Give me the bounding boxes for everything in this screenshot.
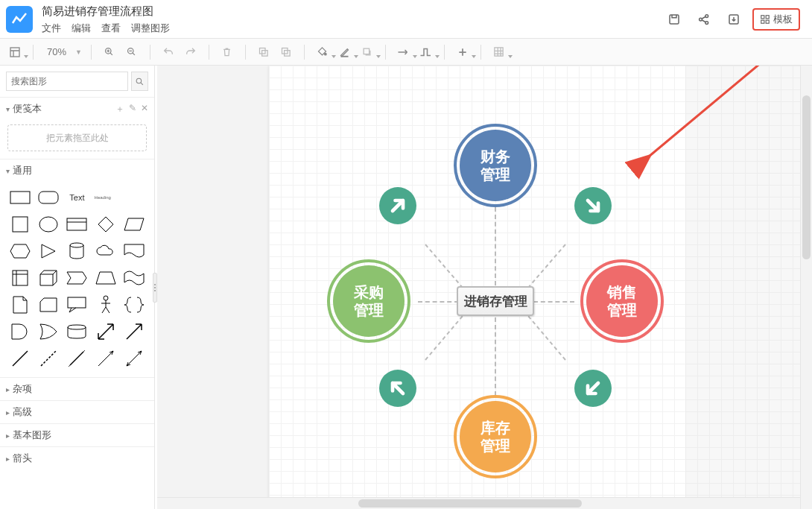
shape-step[interactable]: [64, 267, 89, 289]
section-scratchpad[interactable]: ▾ 便笺本 ＋ ✎ ✕: [0, 97, 154, 120]
shape-cylinder[interactable]: [64, 240, 89, 262]
insert-icon[interactable]: [454, 43, 472, 61]
shape-line[interactable]: [7, 347, 33, 370]
section-arrows[interactable]: ▸箭头: [0, 446, 154, 470]
download-icon[interactable]: [723, 8, 745, 31]
shape-diamond[interactable]: [93, 213, 118, 235]
to-front-icon[interactable]: [255, 43, 273, 61]
shadow-icon[interactable]: [358, 43, 376, 61]
svg-marker-29: [42, 244, 55, 258]
shape-line-thick[interactable]: [64, 347, 89, 370]
section-misc[interactable]: ▸杂项: [0, 377, 154, 400]
node-sales[interactable]: 销售 管理: [586, 265, 658, 337]
document-title[interactable]: 简易进销存管理流程图: [42, 3, 170, 22]
svg-rect-8: [766, 20, 769, 23]
shape-trapezoid[interactable]: [93, 267, 118, 289]
shape-thin-bidir[interactable]: [121, 347, 147, 370]
line-color-icon[interactable]: [336, 43, 354, 61]
svg-rect-37: [68, 297, 86, 308]
svg-rect-18: [495, 48, 503, 56]
shape-document[interactable]: [121, 240, 147, 262]
to-back-icon[interactable]: [277, 43, 295, 61]
scrollbar-horizontal[interactable]: [157, 497, 800, 509]
svg-rect-31: [13, 271, 28, 285]
shape-palette-general: Text Heading: [0, 182, 154, 377]
caret-down-icon: ▾: [6, 105, 10, 113]
scratchpad-drop-area[interactable]: 把元素拖至此处: [7, 124, 147, 151]
node-purchase[interactable]: 采购 管理: [333, 265, 405, 337]
section-general[interactable]: ▾ 通用: [0, 159, 154, 182]
scratchpad-close-icon[interactable]: ✕: [141, 103, 148, 116]
shape-note[interactable]: [7, 294, 33, 316]
undo-icon[interactable]: [159, 43, 177, 61]
arrow-node-nw[interactable]: [379, 187, 416, 224]
node-center[interactable]: 进销存管理: [457, 286, 534, 316]
scratchpad-edit-icon[interactable]: ✎: [129, 103, 136, 116]
node-finance[interactable]: 财务 管理: [460, 130, 531, 201]
menu-adjust-shape[interactable]: 调整图形: [131, 22, 170, 35]
arrow-node-ne[interactable]: [574, 187, 612, 224]
shape-callout[interactable]: [64, 294, 89, 316]
scrollbar-thumb[interactable]: [802, 95, 811, 259]
shape-actor[interactable]: [93, 294, 118, 316]
shape-tape[interactable]: [121, 267, 147, 289]
svg-point-19: [136, 78, 142, 83]
shape-cube[interactable]: [36, 267, 61, 289]
node-inventory[interactable]: 库存 管理: [460, 401, 531, 472]
scratchpad-add-icon[interactable]: ＋: [115, 103, 124, 116]
arrow-node-se[interactable]: [574, 370, 612, 407]
save-icon[interactable]: [663, 8, 685, 31]
svg-rect-17: [364, 48, 370, 54]
zoom-out-icon[interactable]: [123, 43, 141, 61]
menu-file[interactable]: 文件: [42, 22, 61, 35]
delete-icon[interactable]: [218, 43, 236, 61]
shape-parallelogram[interactable]: [121, 213, 147, 235]
svg-marker-35: [67, 272, 86, 284]
shape-square[interactable]: [7, 213, 33, 235]
connector-icon[interactable]: [395, 43, 413, 61]
redo-icon[interactable]: [182, 43, 200, 61]
shape-curly-brace[interactable]: [121, 294, 147, 316]
shape-rounded-rect[interactable]: [36, 186, 61, 209]
share-icon[interactable]: [693, 8, 715, 31]
arrow-node-sw[interactable]: [379, 370, 416, 407]
shape-data-store[interactable]: [64, 320, 89, 343]
section-advanced[interactable]: ▸高级: [0, 400, 154, 423]
shape-bidir-arrow[interactable]: [93, 320, 118, 343]
menu-edit[interactable]: 编辑: [72, 22, 91, 35]
shape-rect[interactable]: [7, 186, 33, 209]
app-logo[interactable]: [6, 6, 33, 33]
menu-view[interactable]: 查看: [101, 22, 121, 35]
svg-line-40: [41, 351, 56, 366]
shape-thin-arrow[interactable]: [93, 347, 118, 370]
shape-heading[interactable]: Heading: [93, 186, 118, 209]
waypoint-icon[interactable]: [417, 43, 435, 61]
svg-rect-21: [39, 192, 58, 203]
shape-internal-storage[interactable]: [7, 267, 33, 289]
shape-text[interactable]: Text: [64, 186, 89, 209]
section-basic-shapes[interactable]: ▸基本图形: [0, 423, 154, 446]
shape-dashed-line[interactable]: [36, 347, 61, 370]
shape-arrow[interactable]: [121, 320, 147, 343]
scrollbar-thumb[interactable]: [358, 499, 582, 508]
template-button[interactable]: 模板: [752, 8, 800, 31]
svg-rect-9: [10, 48, 19, 57]
grid-icon: [760, 14, 770, 25]
search-button[interactable]: [131, 72, 148, 91]
zoom-caret-icon[interactable]: ▼: [75, 48, 82, 56]
search-input[interactable]: [6, 72, 128, 91]
zoom-in-icon[interactable]: [101, 43, 118, 61]
shape-or[interactable]: [36, 320, 61, 343]
shape-rect-divided[interactable]: [64, 213, 89, 235]
table-icon[interactable]: [490, 43, 508, 61]
shape-card[interactable]: [36, 294, 61, 316]
fill-color-icon[interactable]: [314, 43, 332, 61]
page-layout-icon[interactable]: [6, 43, 24, 61]
shape-cloud[interactable]: [93, 240, 118, 262]
shape-hexagon[interactable]: [7, 240, 33, 262]
zoom-value[interactable]: 70%: [42, 46, 71, 57]
shape-and[interactable]: [7, 320, 33, 343]
shape-ellipse[interactable]: [36, 213, 61, 235]
shape-triangle[interactable]: [36, 240, 61, 262]
scrollbar-vertical[interactable]: [800, 66, 812, 509]
